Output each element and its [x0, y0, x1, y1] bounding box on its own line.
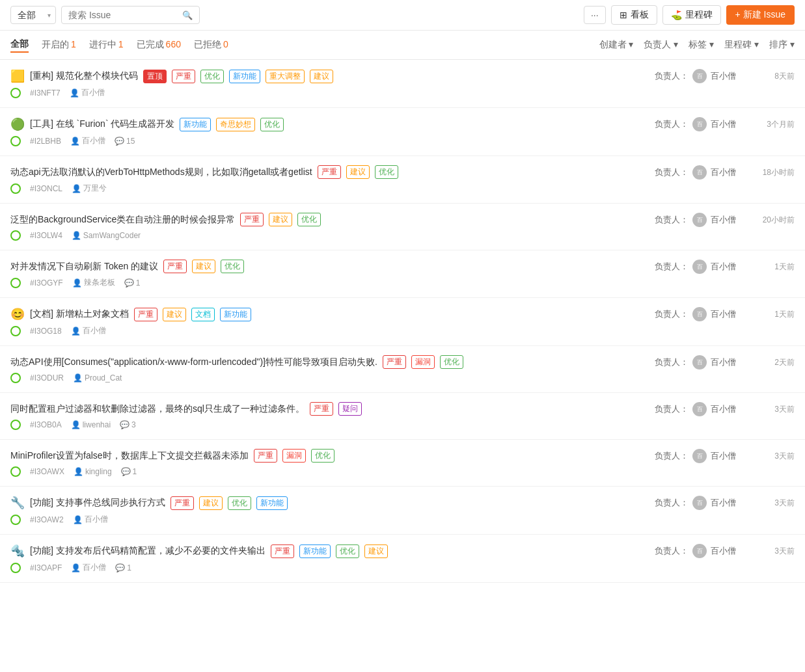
- issue-list: 🟨[重构] 规范化整个模块代码置顶严重优化新功能重大调整建议#I3NFT7👤 百…: [0, 60, 805, 583]
- issue-title-line: 🟢[工具] 在线 `Furion` 代码生成器开发新功能奇思妙想优化: [10, 117, 606, 131]
- issue-emoji: 🟢: [10, 117, 25, 131]
- issue-title-line: 动态API使用[Consumes("application/x-www-form…: [10, 355, 606, 369]
- issue-tag[interactable]: 优化: [260, 118, 284, 131]
- person-icon: 👤: [72, 278, 82, 288]
- issue-title-line: 对并发情况下自动刷新 Token 的建议严重建议优化: [10, 260, 606, 273]
- filter-select[interactable]: 全部: [10, 6, 56, 24]
- issue-tag[interactable]: 严重: [172, 70, 195, 83]
- issue-tag[interactable]: 重大调整: [266, 70, 305, 83]
- issue-left: MiniProfiler设置为false时，数据库上下文提交拦截器未添加严重漏洞…: [10, 449, 606, 477]
- filter-bar: 全部开启的1进行中1已完成660已拒绝0 创建者 ▾负责人 ▾标签 ▾里程碑 ▾…: [0, 31, 805, 60]
- issue-tag[interactable]: 建议: [192, 260, 215, 273]
- sort-button[interactable]: 排序 ▾: [769, 39, 795, 51]
- issue-tag[interactable]: 严重: [240, 213, 264, 226]
- sort-button[interactable]: 里程碑 ▾: [724, 39, 759, 51]
- issue-title[interactable]: MiniProfiler设置为false时，数据库上下文提交拦截器未添加: [10, 450, 249, 462]
- issue-tag[interactable]: 严重: [310, 402, 333, 416]
- issue-tag[interactable]: 建议: [269, 213, 292, 226]
- issue-tag[interactable]: 严重: [383, 355, 406, 369]
- issue-emoji: 🟨: [10, 69, 25, 83]
- issue-tag[interactable]: 优化: [228, 496, 251, 510]
- time-label: 3个月前: [749, 119, 795, 130]
- issue-title[interactable]: [重构] 规范化整个模块代码: [30, 70, 138, 82]
- issue-title[interactable]: 对并发情况下自动刷新 Token 的建议: [10, 261, 158, 273]
- status-circle-icon: [10, 136, 21, 146]
- issue-title[interactable]: 动态api无法取消默认的VerbToHttpMethods规则，比如取消geta…: [10, 167, 312, 178]
- issue-tag[interactable]: 漏洞: [411, 355, 435, 369]
- issue-author: 👤 辣条老板: [72, 277, 115, 288]
- issue-tag[interactable]: 优化: [200, 70, 224, 83]
- issue-meta: #I3ODUR👤 Proud_Cat: [10, 373, 606, 383]
- issue-tag[interactable]: 建议: [163, 308, 186, 321]
- board-button[interactable]: ⊞ 看板: [611, 5, 657, 25]
- issue-tag[interactable]: 优化: [336, 544, 359, 558]
- new-issue-button[interactable]: + 新建 Issue: [726, 5, 795, 25]
- issue-tag[interactable]: 漏洞: [282, 449, 306, 463]
- issue-tag[interactable]: 优化: [440, 355, 463, 369]
- status-circle-icon: [10, 563, 21, 573]
- issue-number: #I3ODUR: [30, 373, 64, 383]
- issue-title[interactable]: [工具] 在线 `Furion` 代码生成器开发: [30, 118, 174, 130]
- issue-tag[interactable]: 疑问: [338, 402, 362, 416]
- issue-title[interactable]: 动态API使用[Consumes("application/x-www-form…: [10, 356, 377, 368]
- status-circle-icon: [10, 183, 21, 194]
- issue-title[interactable]: [功能] 支持事件总线同步执行方式: [30, 497, 165, 509]
- issue-tag[interactable]: 建议: [364, 544, 388, 558]
- assignee-name: 百小僧: [711, 450, 736, 462]
- status-circle-icon: [10, 230, 21, 241]
- issue-tag[interactable]: 优化: [297, 213, 321, 226]
- issue-tag[interactable]: 新功能: [299, 544, 331, 558]
- filter-tab[interactable]: 已完成660: [137, 38, 181, 52]
- issue-tag[interactable]: 严重: [134, 308, 157, 321]
- filter-tab[interactable]: 全部: [10, 37, 29, 53]
- milestone-button[interactable]: ⛳ 里程碑: [662, 5, 721, 25]
- assignee-label: 负责人：: [655, 167, 689, 178]
- issue-tag[interactable]: 严重: [318, 165, 341, 179]
- issue-tag[interactable]: 新功能: [220, 308, 251, 321]
- issue-tag[interactable]: 严重: [171, 496, 194, 510]
- filter-tab[interactable]: 开启的1: [42, 38, 76, 52]
- assignee: 负责人：百百小僧: [655, 165, 736, 180]
- issue-tag[interactable]: 新功能: [229, 70, 260, 83]
- issue-title[interactable]: 泛型的BackgroundService类在自动注册的时候会报异常: [10, 214, 235, 226]
- sort-button[interactable]: 负责人 ▾: [644, 39, 678, 51]
- issue-title[interactable]: [功能] 支持发布后代码精简配置，减少不必要的文件夹输出: [30, 545, 266, 557]
- issue-tag[interactable]: 置顶: [143, 70, 167, 83]
- issue-comments: 💬 1: [124, 278, 141, 288]
- issue-tag[interactable]: 优化: [221, 260, 244, 273]
- issue-left: 🟢[工具] 在线 `Furion` 代码生成器开发新功能奇思妙想优化#I2LBH…: [10, 117, 606, 146]
- person-icon: 👤: [73, 515, 83, 524]
- filter-tab[interactable]: 已拒绝0: [194, 38, 228, 52]
- issue-number: #I3ONCL: [30, 184, 62, 193]
- issue-number: #I3OAPF: [30, 563, 62, 572]
- sort-button[interactable]: 创建者 ▾: [599, 39, 634, 51]
- issue-tag[interactable]: 建议: [346, 165, 370, 179]
- issue-tag[interactable]: 优化: [375, 165, 398, 179]
- issue-tag[interactable]: 新功能: [256, 496, 288, 510]
- filter-tab[interactable]: 进行中1: [89, 38, 124, 52]
- table-row: 🔧[功能] 支持事件总线同步执行方式严重建议优化新功能#I3OAW2👤 百小僧负…: [0, 487, 805, 535]
- issue-title[interactable]: [文档] 新增粘土对象文档: [30, 308, 129, 320]
- table-row: 🟨[重构] 规范化整个模块代码置顶严重优化新功能重大调整建议#I3NFT7👤 百…: [0, 60, 805, 108]
- issue-tag[interactable]: 优化: [311, 449, 334, 463]
- issue-tag[interactable]: 奇思妙想: [216, 118, 255, 131]
- issue-tag[interactable]: 建议: [310, 70, 333, 83]
- issue-meta: #I3OG18👤 百小僧: [10, 325, 606, 336]
- issue-number: #I3OGYF: [30, 278, 63, 288]
- issue-tag[interactable]: 建议: [199, 496, 223, 510]
- issue-tag[interactable]: 严重: [254, 449, 277, 463]
- issue-right: 负责人：百百小僧1天前: [612, 307, 795, 321]
- status-icon-wrap: [10, 326, 21, 336]
- issue-tag[interactable]: 文档: [191, 308, 215, 321]
- assignee-name: 百小僧: [711, 308, 736, 320]
- issue-left: 泛型的BackgroundService类在自动注册的时候会报异常严重建议优化#…: [10, 213, 606, 241]
- person-icon: 👤: [71, 327, 81, 336]
- issue-title[interactable]: 同时配置租户过滤器和软删除过滤器，最终的sql只生成了一种过滤条件。: [10, 403, 305, 415]
- more-button[interactable]: ···: [584, 6, 606, 24]
- search-input[interactable]: [68, 10, 182, 20]
- assignee-label: 负责人：: [655, 308, 689, 320]
- issue-tag[interactable]: 严重: [163, 260, 187, 273]
- issue-tag[interactable]: 严重: [271, 544, 294, 558]
- issue-tag[interactable]: 新功能: [180, 118, 211, 131]
- sort-button[interactable]: 标签 ▾: [689, 39, 714, 51]
